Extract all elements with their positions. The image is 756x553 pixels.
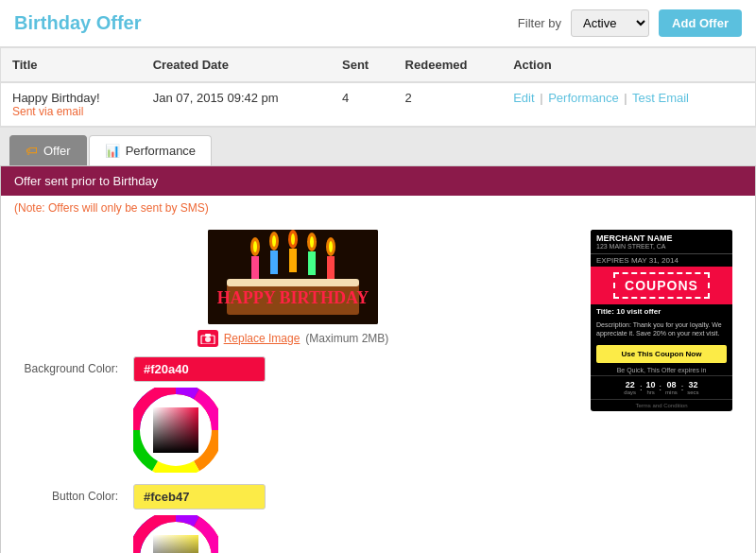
background-color-controls: #f20a40 [133,356,266,473]
preview-offer-desc: Description: Thank you for your loyalty.… [591,319,732,341]
col-action: Action [502,48,755,82]
svg-rect-11 [251,256,259,280]
tab-perf-label: Performance [126,144,196,158]
svg-point-10 [329,241,333,252]
timer-sep2: : [660,380,662,395]
divider: | [540,91,542,105]
sent-value: 4 [342,91,349,105]
camera-icon [198,330,218,347]
merchant-address: 123 MAIN STREET, CA [596,243,727,250]
preview-use-button: Use This Coupon Now [596,345,727,363]
timer-hrs-label: hrs [646,389,656,395]
color-wheel-svg [133,388,218,473]
offer-title: Happy Birthday! [12,91,130,105]
preview-terms: Terms and Condition [591,399,732,411]
offer-main: HAPPY BIRTHDAY Replace Image (Maxi [1,220,755,553]
tabs-area: 🏷 Offer 📊 Performance [0,128,756,166]
svg-text:HAPPY BIRTHDAY: HAPPY BIRTHDAY [217,288,369,307]
timer-days-block: 22 days [624,380,636,395]
offers-table: Title Created Date Sent Redeemed Action … [1,48,755,127]
background-color-wheel[interactable] [133,388,218,473]
button-color-controls: #fceb47 [133,484,266,553]
offer-right: MERCHANT NAME 123 MAIN STREET, CA EXPIRE… [591,230,742,553]
cell-created-date: Jan 07, 2015 09:42 pm [142,82,331,127]
svg-rect-14 [308,251,316,275]
timer-sep3: : [681,380,684,395]
svg-rect-15 [327,256,335,280]
tag-icon: 🏷 [26,144,38,158]
offer-image-section: HAPPY BIRTHDAY Replace Image (Maxi [14,230,572,347]
timer-mins-label: mins [665,389,678,395]
preview-coupons-section: COUPONS [591,267,732,304]
offer-subtitle: Sent via email [12,105,130,118]
col-created-date: Created Date [142,48,331,82]
cell-redeemed: 2 [394,82,503,127]
preview-merchant: MERCHANT NAME 123 MAIN STREET, CA [591,230,732,254]
sms-note: (Note: Offers will only be sent by SMS) [1,196,755,220]
button-color-wheel-svg [133,515,218,553]
redeemed-value: 2 [405,91,412,105]
button-color-wheel[interactable] [133,515,218,553]
timer-days-label: days [624,389,636,395]
preview-coupons-text: COUPONS [613,272,710,299]
header: Birthday Offer Filter by Active Inactive… [0,0,756,47]
header-right: Filter by Active Inactive All Add Offer [518,9,742,37]
timer-secs-label: secs [687,389,698,395]
test-email-link[interactable]: Test Email [632,91,689,105]
svg-rect-17 [227,279,359,286]
button-color-value[interactable]: #fceb47 [133,484,266,510]
birthday-svg: HAPPY BIRTHDAY [208,230,378,324]
camera-svg [200,333,215,344]
app-container: Birthday Offer Filter by Active Inactive… [0,0,756,553]
table-header-row: Title Created Date Sent Redeemed Action [1,48,755,82]
svg-rect-13 [289,249,297,272]
replace-image-link[interactable]: Replace Image [224,332,301,345]
offers-table-wrap: Title Created Date Sent Redeemed Action … [0,47,756,128]
cell-title: Happy Birthday! Sent via email [1,82,142,127]
filter-select[interactable]: Active Inactive All [571,9,649,37]
timer-sep1: : [640,380,643,395]
performance-link[interactable]: Performance [548,91,618,105]
offer-left: HAPPY BIRTHDAY Replace Image (Maxi [14,230,572,553]
timer-hrs-value: 10 [646,380,656,389]
divider2: | [624,91,627,105]
max-size-label: (Maximum 2MB) [305,332,388,345]
svg-rect-21 [205,334,211,337]
timer-secs-block: 32 secs [687,380,698,395]
svg-rect-25 [153,407,198,453]
filter-label: Filter by [518,16,561,30]
svg-point-4 [272,235,276,247]
preview-expires: EXPIRES MAY 31, 2014 [591,254,732,267]
merchant-name: MERCHANT NAME [596,233,727,243]
background-color-label: Background Color: [14,356,118,375]
chart-icon: 📊 [105,144,120,158]
background-color-row: Background Color: #f20a40 [14,356,572,473]
timer-secs-value: 32 [687,380,698,389]
svg-point-19 [205,337,211,342]
col-sent: Sent [331,48,394,82]
svg-rect-12 [270,251,278,274]
cell-actions: Edit | Performance | Test Email [502,82,755,127]
button-color-label: Button Color: [14,484,118,503]
preview-timer: 22 days : 10 hrs : 08 mins : [591,375,732,399]
add-offer-button[interactable]: Add Offer [659,9,742,37]
svg-point-6 [291,233,295,245]
preview-offer-title: Title: 10 visit offer [591,304,732,319]
table-row: Happy Birthday! Sent via email Jan 07, 2… [1,82,755,127]
replace-image-row: Replace Image (Maximum 2MB) [198,330,389,347]
background-color-value[interactable]: #f20a40 [133,356,266,382]
timer-mins-value: 08 [665,380,678,389]
preview-quick-label: Be Quick, This Offer expires in [591,367,732,375]
created-date-value: Jan 07, 2015 09:42 pm [153,91,279,105]
tab-offer[interactable]: 🏷 Offer [9,135,87,165]
svg-rect-27 [153,535,198,553]
tab-performance[interactable]: 📊 Performance [89,135,212,165]
cell-sent: 4 [331,82,394,127]
timer-days-value: 22 [624,380,636,389]
content-panel: Offer sent prior to Birthday (Note: Offe… [0,166,756,553]
action-links: Edit | Performance | Test Email [513,91,744,105]
preview-card: MERCHANT NAME 123 MAIN STREET, CA EXPIRE… [591,230,732,411]
col-redeemed: Redeemed [394,48,503,82]
edit-link[interactable]: Edit [513,91,534,105]
button-color-row: Button Color: #fceb47 [14,484,572,553]
